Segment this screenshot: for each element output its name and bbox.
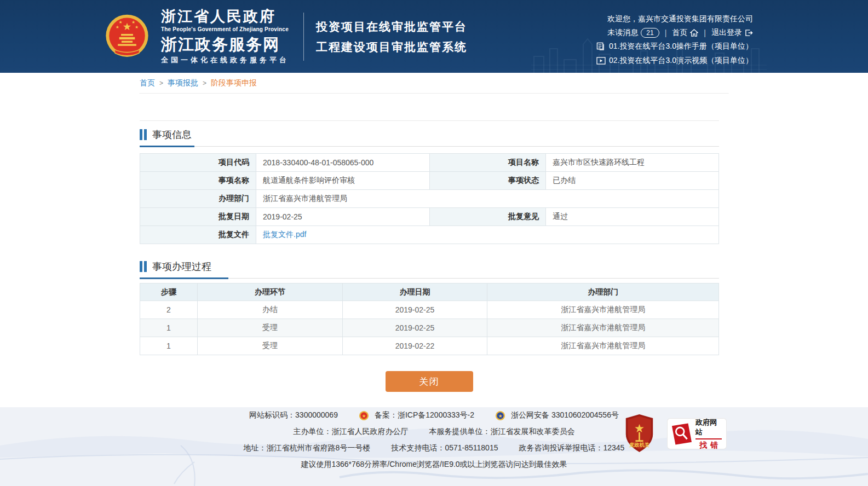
section-underline <box>140 277 228 279</box>
section-info-header: 事项信息 <box>140 121 719 147</box>
table-row: 1 受理 2019-02-25 浙江省嘉兴市港航管理局 <box>140 319 719 337</box>
platform-titles: 投资项目在线审批监管平台 工程建设项目审批监管系统 <box>316 16 467 57</box>
party-gov-shield-badge[interactable]: ★ 党政机关 <box>625 414 654 453</box>
site-logo-text: 浙江省人民政府 The People's Government of Zheji… <box>161 9 289 63</box>
svg-text:★: ★ <box>119 20 123 25</box>
column-header: 办理日期 <box>342 284 487 301</box>
column-header: 步骤 <box>140 284 198 301</box>
info-table: 项目代码 2018-330400-48-01-058065-000 项目名称 嘉… <box>140 153 719 244</box>
cell-dept: 浙江省嘉兴市港航管理局 <box>487 319 719 337</box>
cell-step: 1 <box>140 319 198 337</box>
approval-file-link[interactable]: 批复文件.pdf <box>263 230 306 239</box>
cell-node: 受理 <box>197 337 342 355</box>
info-value: 航道通航条件影响评价审核 <box>256 172 430 190</box>
breadcrumb-separator: > <box>203 79 206 87</box>
breadcrumb-current: 阶段事项申报 <box>211 78 257 88</box>
info-label: 办理部门 <box>140 190 256 208</box>
cell-dept: 浙江省嘉兴市港航管理局 <box>487 337 719 355</box>
footer-line-3: 地址：浙江省杭州市省府路8号一号楼 技术支持电话：0571-85118015 政… <box>0 440 868 456</box>
section-process-header: 事项办理过程 <box>140 253 719 279</box>
portal-tagline: 全国一体化在线政务服务平台 <box>161 56 289 63</box>
info-value: 2019-02-25 <box>256 208 430 226</box>
table-row: 批复日期 2019-02-25 批复意见 通过 <box>140 208 719 226</box>
svg-text:★: ★ <box>498 413 503 418</box>
breadcrumb: 首页 > 事项报批 > 阶段事项申报 <box>140 73 728 94</box>
gov-name: 浙江省人民政府 <box>161 9 289 24</box>
section-info-title: 事项信息 <box>152 128 192 141</box>
main-content: 事项信息 项目代码 2018-330400-48-01-058065-000 项… <box>140 120 719 392</box>
unread-messages-link[interactable]: 未读消息 21 <box>607 28 659 38</box>
info-label: 事项名称 <box>140 172 256 190</box>
info-value: 批复文件.pdf <box>256 226 719 244</box>
video-link[interactable]: 02.投资在线平台3.0演示视频（项目单位） <box>609 56 753 66</box>
footer-line-4: 建议使用1366*768分辨率/Chrome浏览器/IE9.0或以上浏览器访问达… <box>0 456 868 473</box>
cell-date: 2019-02-25 <box>342 301 487 319</box>
unread-count-badge[interactable]: 21 <box>641 28 659 38</box>
platform-title-1: 投资项目在线审批监管平台 <box>316 16 467 37</box>
icp-record: 备案：浙ICP备12000333号-2 <box>375 410 474 420</box>
info-label: 批复日期 <box>140 208 256 226</box>
table-row: 办理部门 浙江省嘉兴市港航管理局 <box>140 190 719 208</box>
address: 地址：浙江省杭州市省府路8号一号楼 <box>244 443 371 453</box>
service-provider: 本服务提供单位：浙江省发展和改革委员会 <box>429 427 575 437</box>
cell-date: 2019-02-22 <box>342 337 487 355</box>
home-link[interactable]: 首页 <box>672 28 698 38</box>
police-badge-icon: ★ <box>495 410 505 421</box>
header-divider <box>303 13 304 61</box>
organizer: 主办单位：浙江省人民政府办公厅 <box>294 427 409 437</box>
page-footer: 网站标识码：3300000069 ★ 备案：浙ICP备12000333号-2 ★… <box>0 407 868 486</box>
find-error-badge[interactable]: 政府网站 找错 <box>668 419 726 449</box>
column-header: 办理环节 <box>197 284 342 301</box>
table-row: 批复文件 批复文件.pdf <box>140 226 719 244</box>
magnifier-icon <box>671 423 692 445</box>
party-badge-label: 党政机关 <box>629 442 650 448</box>
section-process-title: 事项办理过程 <box>152 260 211 273</box>
welcome-text: 欢迎您，嘉兴市交通投资集团有限责任公司 <box>607 14 753 24</box>
info-label: 批复文件 <box>140 226 256 244</box>
table-row: 事项名称 航道通航条件影响评价审核 事项状态 已办结 <box>140 172 719 190</box>
complaint-hotline: 政务咨询投诉举报电话：12345 <box>519 443 624 453</box>
logout-label: 退出登录 <box>711 28 742 38</box>
info-value: 浙江省嘉兴市港航管理局 <box>256 190 719 208</box>
info-label: 项目名称 <box>430 154 546 172</box>
manual-link[interactable]: 01.投资在线平台3.0操作手册（项目单位） <box>609 42 753 51</box>
find-error-label: 找错 <box>696 441 721 450</box>
separator: | <box>704 28 706 37</box>
breadcrumb-level1[interactable]: 事项报批 <box>168 78 198 88</box>
find-error-text: 政府网站 找错 <box>695 418 722 450</box>
police-badge-icon: ★ <box>359 410 369 421</box>
page-header: ★ ★ ★ ★ ★ 浙江省人民政府 The People's Governmen… <box>0 0 868 73</box>
logout-link[interactable]: 退出登录 <box>711 28 753 38</box>
national-emblem-icon: ★ ★ ★ ★ ★ <box>104 14 150 60</box>
home-icon <box>690 29 698 37</box>
section-bars-icon <box>140 261 147 272</box>
info-value: 已办结 <box>546 172 719 190</box>
info-value: 2018-330400-48-01-058065-000 <box>256 154 430 172</box>
svg-text:★: ★ <box>131 20 135 25</box>
tech-support: 技术支持电话：0571-85118015 <box>391 443 498 453</box>
portal-name: 浙江政务服务网 <box>161 37 289 53</box>
cell-date: 2019-02-25 <box>342 319 487 337</box>
breadcrumb-separator: > <box>159 79 163 87</box>
gov-name-en: The People's Government of Zhejiang Prov… <box>161 27 289 32</box>
footer-line-1: 网站标识码：3300000069 ★ 备案：浙ICP备12000333号-2 ★… <box>0 407 868 424</box>
find-error-title: 政府网站 <box>695 418 722 439</box>
header-user-area: 欢迎您，嘉兴市交通投资集团有限责任公司 未读消息 21 | 首页 | 退出登录 <box>596 12 753 68</box>
home-label: 首页 <box>672 28 687 38</box>
security-record: 浙公网安备 33010602004556号 <box>511 410 619 420</box>
cell-node: 受理 <box>197 319 342 337</box>
close-button[interactable]: 关闭 <box>386 371 473 392</box>
cell-node: 办结 <box>197 301 342 319</box>
platform-title-2: 工程建设项目审批监管系统 <box>316 37 467 57</box>
svg-text:★: ★ <box>116 24 119 29</box>
info-value: 嘉兴市市区快速路环线工程 <box>546 154 719 172</box>
table-row: 1 受理 2019-02-22 浙江省嘉兴市港航管理局 <box>140 337 719 355</box>
video-play-icon <box>596 57 606 65</box>
table-row: 2 办结 2019-02-25 浙江省嘉兴市港航管理局 <box>140 301 719 319</box>
process-table: 步骤 办理环节 办理日期 办理部门 2 办结 2019-02-25 浙江省嘉兴市… <box>140 283 719 355</box>
footer-line-2: 主办单位：浙江省人民政府办公厅 本服务提供单位：浙江省发展和改革委员会 <box>0 424 868 440</box>
table-row: 项目代码 2018-330400-48-01-058065-000 项目名称 嘉… <box>140 154 719 172</box>
breadcrumb-home[interactable]: 首页 <box>140 78 155 88</box>
cell-step: 1 <box>140 337 198 355</box>
table-header-row: 步骤 办理环节 办理日期 办理部门 <box>140 284 719 301</box>
